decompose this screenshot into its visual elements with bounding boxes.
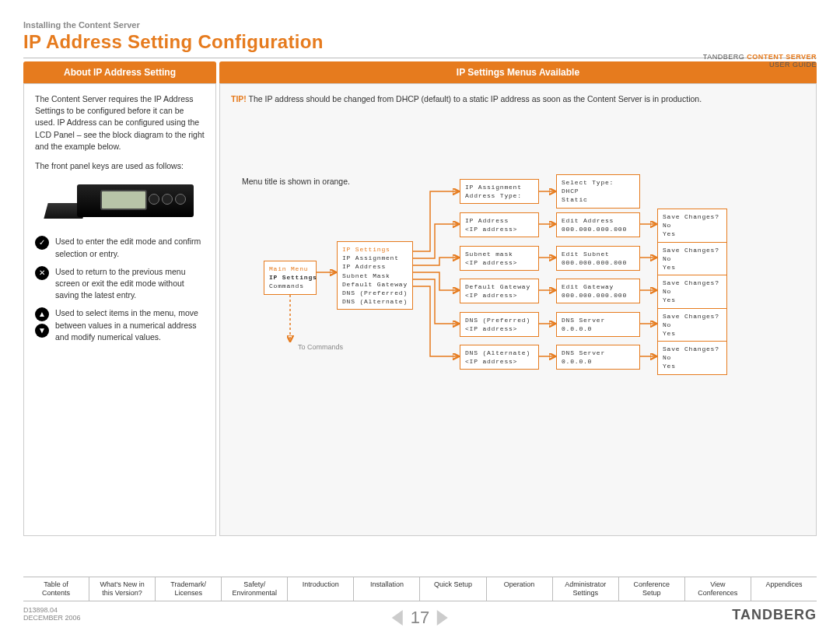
doc-id: D13898.04 [23,606,58,614]
col4-1: Edit Address 000.000.000.000 [556,212,640,237]
col4-2: Edit Subnet 000.000.000.000 [556,246,640,271]
nav-confsetup[interactable]: Conference Setup [618,577,684,601]
col3-1: IP Address <IP address> [460,212,539,237]
header-rule [23,58,817,58]
nav-operation[interactable]: Operation [486,577,552,601]
breadcrumb: Installing the Content Server [23,20,817,30]
key2-text: Used to return to the previous menu scre… [55,266,205,302]
check-icon: ✓ [35,236,49,250]
bottom-nav: Table of Contents What's New in this Ver… [23,577,817,602]
cancel-icon: ✕ [35,266,49,280]
prev-page-icon[interactable] [392,610,403,626]
about-p2: The front panel keys are used as follows… [35,160,205,172]
doc-date: DECEMBER 2006 [23,614,81,622]
page-navigation: 17 [392,608,448,628]
brand-product: CONTENT SERVER [747,53,817,61]
col5-0: Save Changes? No Yes [657,209,727,243]
col5-4: Save Changes? No Yes [657,341,727,375]
col5-2: Save Changes? No Yes [657,275,727,309]
about-p1: The Content Server requires the IP Addre… [35,93,205,152]
brand-name: TANDBERG [703,53,747,61]
tab-about: About IP Address Setting [23,61,216,83]
diagram-panel: TIP! The IP address should be changed fr… [219,83,817,536]
nav-appendices[interactable]: Appendices [751,577,817,601]
col4-0: Select Type: DHCP Static [556,174,640,209]
col3-5: DNS (Alternate) <IP address> [460,345,539,370]
nav-adminsettings[interactable]: Administrator Settings [552,577,618,601]
nav-introduction[interactable]: Introduction [287,577,353,601]
nav-safety[interactable]: Safety/ Environmental [221,577,287,601]
nav-whatsnew[interactable]: What's New in this Version? [89,577,155,601]
nav-quicksetup[interactable]: Quick Setup [419,577,485,601]
brand-guide: USER GUIDE [769,61,817,68]
tandberg-logo: TANDBERG [732,607,817,623]
up-icon: ▲ [35,307,49,321]
key1-text: Used to enter the edit mode and confirm … [55,236,205,259]
about-panel: The Content Server requires the IP Addre… [23,83,216,536]
page-title: IP Address Setting Configuration [23,31,817,53]
col5-1: Save Changes? No Yes [657,242,727,276]
to-commands-caption: To Commands [298,343,343,351]
page-number: 17 [411,608,429,628]
footer-docinfo: D13898.04 DECEMBER 2006 [23,606,81,622]
next-page-icon[interactable] [437,610,448,626]
down-icon: ▼ [35,324,49,338]
nav-toc[interactable]: Table of Contents [23,577,89,601]
col5-3: Save Changes? No Yes [657,308,727,342]
nav-viewconf[interactable]: View Conferences [684,577,751,601]
device-illustration [46,180,194,225]
col3-2: Subnet mask <IP address> [460,246,539,271]
col3-0: IP Assignment Address Type: [460,179,539,204]
nav-trademark[interactable]: Trademark/ Licenses [155,577,221,601]
col3-3: Default Gateway <IP address> [460,279,539,303]
brand-block: TANDBERG CONTENT SERVER USER GUIDE [703,53,817,68]
nav-installation[interactable]: Installation [353,577,419,601]
key3-text: Used to select items in the menu, move b… [55,307,205,343]
col4-3: Edit Gateway 000.000.000.000 [556,279,640,303]
col4-5: DNS Server 0.0.0.0 [556,345,640,370]
mainmenu-box: Main Menu IP Settings Commands [264,261,317,295]
col4-4: DNS Server 0.0.0.0 [556,312,640,337]
col3-4: DNS (Preferred) <IP address> [460,312,539,337]
ipsettings-box: IP Settings IP Assignment IP Address Sub… [337,241,413,310]
